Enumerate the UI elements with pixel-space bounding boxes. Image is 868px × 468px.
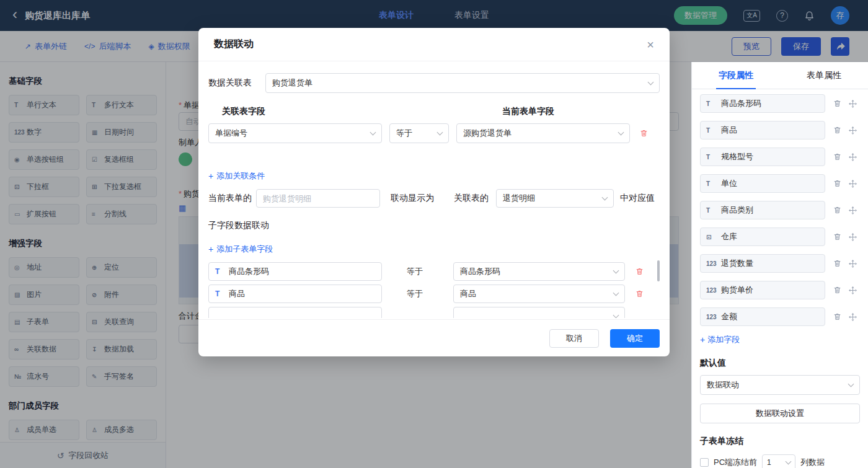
condition-field-select[interactable]: 单据编号 [208,123,382,143]
relation-table-select[interactable]: 购货退货单 [265,73,660,93]
chevron-down-icon [437,129,443,135]
move-field-icon[interactable] [849,260,857,268]
subform-field-row: T 商品 [700,121,860,139]
field-item[interactable]: T 单位 [700,174,825,193]
chevron-down-icon [613,267,619,273]
confirm-button[interactable]: 确定 [610,329,660,348]
field-type-icon: 123 [706,287,721,294]
delete-field-icon[interactable] [833,179,841,188]
field-item[interactable]: 123 购货单价 [700,281,825,299]
subfield-target-select[interactable]: 商品条形码 [453,262,625,281]
field-item[interactable]: T 商品 [700,121,825,139]
condition-row: 单据编号 等于 源购货退货单 [208,123,660,143]
app-root: ‹ 购货退库出库单 表单设计 表单设置 数据管理 文A ? 存 ↗ 表单外链 [0,0,868,468]
subform-field-row: 123 退货数量 [700,254,860,273]
subfield-linkage-row: T 商品条形码 等于 商品条形码 [208,262,660,281]
field-type-icon: T [706,180,721,187]
subfield-name-box: T 商品条形码 [208,262,382,281]
delete-field-icon[interactable] [833,206,841,214]
condition-operator-select[interactable]: 等于 [389,123,449,143]
subform-field-row: 123 金额 [700,307,860,326]
delete-condition-icon[interactable] [640,129,648,138]
delete-field-icon[interactable] [833,232,841,241]
subfield-rows: T 商品条形码 等于 商品条形码 [208,262,660,318]
move-field-icon[interactable] [849,286,857,294]
related-table-label: 关联表的 [454,193,489,204]
field-item-label: 商品 [721,125,737,136]
subform-field-row: T 规格型号 [700,148,860,166]
plus-icon: + [208,171,213,181]
subfield-target-select[interactable] [453,307,625,318]
condition-target-select[interactable]: 源购货退货单 [456,123,630,143]
default-value-title: 默认值 [700,358,860,369]
current-form-prefix: 当前表单的 [208,193,252,204]
field-item-label: 购货单价 [721,285,753,296]
delete-field-icon[interactable] [833,312,841,321]
subform-field-row: 123 购货单价 [700,281,860,299]
tab-field-properties[interactable]: 字段属性 [692,62,780,89]
chevron-down-icon [370,129,376,135]
col-header-relation-field: 关联表字段 [222,106,265,117]
add-subfield-label: 添加子表单字段 [216,244,273,255]
field-item[interactable]: T 规格型号 [700,148,825,166]
tab-form-properties[interactable]: 表单属性 [780,62,868,89]
chevron-down-icon [648,79,654,85]
move-field-icon[interactable] [849,100,857,108]
linkage-settings-button[interactable]: 数据联动设置 [700,404,860,423]
add-subfield-link[interactable]: + 添加子表单字段 [208,244,273,255]
move-field-icon[interactable] [849,233,857,241]
condition-column-headers: 关联表字段 当前表单字段 [208,106,660,117]
delete-field-icon[interactable] [833,259,841,268]
move-field-icon[interactable] [849,126,857,135]
current-form-field-input[interactable] [256,189,380,208]
plus-icon: + [208,244,213,254]
related-field-select[interactable]: 退货明细 [496,189,614,208]
freeze-count-select[interactable]: 1 [762,454,795,468]
field-item[interactable]: 123 退货数量 [700,254,825,273]
delete-subfield-icon[interactable] [636,267,644,276]
field-item[interactable]: T 商品类别 [700,201,825,219]
add-field-link[interactable]: + 添加字段 [700,334,860,345]
field-item-label: 商品条形码 [721,98,761,109]
freeze-checkbox[interactable] [700,458,709,467]
col-header-current-form-field: 当前表单字段 [502,106,554,117]
subfield-linkage-row-partial [208,307,660,318]
chevron-down-icon [848,381,854,387]
subform-freeze-title: 子表单冻结 [700,436,860,447]
properties-panel: 字段属性 表单属性 T 商品条形码 [691,62,868,468]
field-type-icon: T [706,154,721,161]
scrollbar-thumb[interactable] [657,260,660,281]
delete-subfield-icon[interactable] [636,289,644,298]
plus-icon: + [700,335,705,345]
delete-field-icon[interactable] [833,99,841,108]
default-value-select[interactable]: 数据联动 [700,375,860,395]
subform-field-list: T 商品条形码 T 商品 [700,94,860,326]
close-icon[interactable]: × [647,38,654,51]
relation-table-row: 数据关联表 购货退货单 [208,73,660,93]
field-item-label: 退货数量 [721,258,753,269]
move-field-icon[interactable] [849,206,857,214]
chevron-down-icon [602,194,608,200]
delete-field-icon[interactable] [833,152,841,161]
chevron-down-icon [786,458,792,464]
field-item[interactable]: ⊡ 仓库 [700,227,825,246]
modal-title: 数据联动 [214,38,254,51]
subform-field-row: ⊡ 仓库 [700,227,860,246]
cancel-button[interactable]: 取消 [549,329,599,348]
chevron-down-icon [618,129,624,135]
add-condition-link[interactable]: + 添加关联条件 [208,170,265,182]
subfield-operator: 等于 [407,288,425,299]
move-field-icon[interactable] [849,313,857,321]
chevron-down-icon [613,289,619,296]
text-field-icon: T [215,267,229,276]
field-item[interactable]: T 商品条形码 [700,94,825,113]
modal-header: 数据联动 × [198,28,670,61]
delete-field-icon[interactable] [833,126,841,135]
move-field-icon[interactable] [849,153,857,161]
field-item[interactable]: 123 金额 [700,307,825,326]
subfield-target-select[interactable]: 商品 [453,285,625,303]
field-type-icon: T [706,127,721,134]
move-field-icon[interactable] [849,180,857,188]
delete-field-icon[interactable] [833,286,841,294]
properties-tabs: 字段属性 表单属性 [692,62,868,89]
